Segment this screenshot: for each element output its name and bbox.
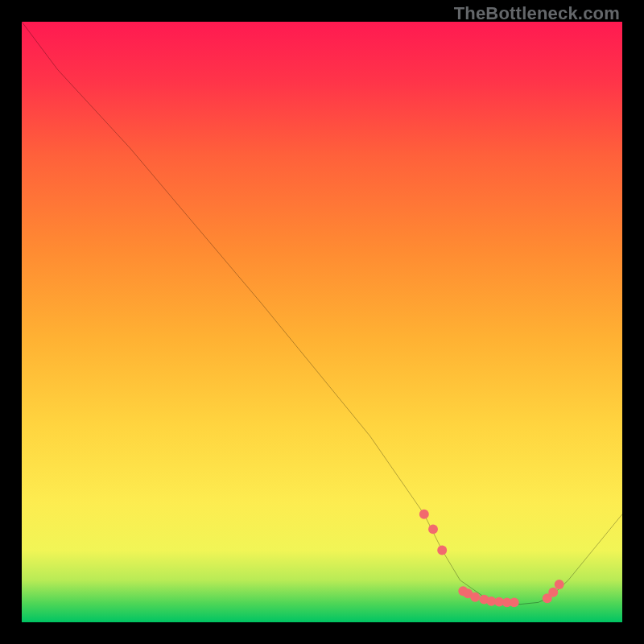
marker-group — [419, 510, 564, 608]
marker-dot — [470, 592, 480, 602]
marker-dot — [510, 597, 519, 607]
marker-dot — [548, 588, 558, 597]
chart-svg — [22, 22, 622, 622]
marker-dot — [555, 580, 564, 589]
marker-dot — [419, 510, 429, 519]
chart-frame: TheBottleneck.com — [0, 0, 644, 644]
curve-line — [22, 22, 622, 605]
marker-dot — [428, 524, 438, 534]
plot-area — [22, 22, 622, 622]
watermark-text: TheBottleneck.com — [454, 3, 620, 24]
marker-dot — [437, 546, 447, 555]
